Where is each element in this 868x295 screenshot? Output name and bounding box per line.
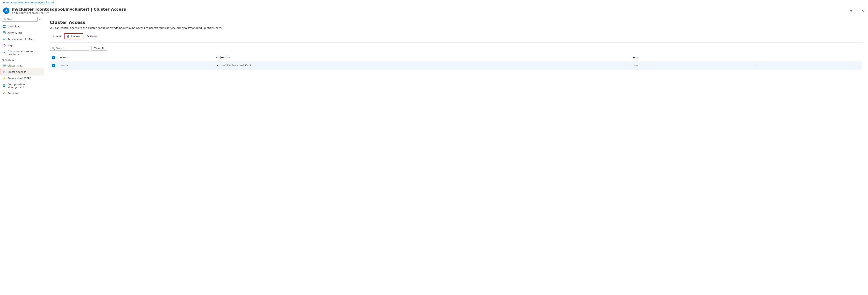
tags-icon (2, 43, 6, 47)
svg-point-12 (3, 45, 4, 45)
services-icon (2, 91, 6, 95)
access-table: Name Object ID Type contoso abcde-12345-… (50, 54, 862, 70)
remove-button[interactable]: 🗑 Remove (64, 33, 83, 39)
sidebar-search-icon: 🔍 (3, 18, 6, 21)
activity-log-icon (2, 31, 6, 34)
row-actions-cell: ··· (751, 61, 862, 70)
sidebar-item-tags-label: Tags (7, 44, 41, 47)
settings-label: Settings (5, 59, 15, 62)
sidebar-item-access-control[interactable]: Access control (IAM) (0, 36, 43, 42)
settings-chevron: ▼ (2, 59, 4, 62)
col-object-id: Object ID (214, 54, 630, 61)
svg-point-27 (4, 92, 4, 93)
sidebar-collapse-button[interactable]: « (38, 17, 42, 22)
breadcrumb: Home › mycluster (contosopool/mycluster) (0, 0, 868, 5)
sidebar-item-cluster-size-label: Cluster size (7, 64, 41, 67)
row-checkbox-cell (50, 61, 58, 70)
favorite-button[interactable]: ★ (849, 8, 854, 13)
sidebar: 🔍 « Overview (0, 15, 43, 295)
content-area: Cluster Access You can control access to… (43, 15, 868, 295)
svg-point-8 (3, 38, 4, 39)
svg-rect-21 (3, 85, 4, 85)
toolbar: ＋ Add 🗑 Remove ↻ Refresh (50, 33, 862, 39)
header-title-block: mycluster (contosopool/mycluster) | Clus… (12, 7, 847, 14)
sidebar-item-diagnose-label: Diagnose and solve problems (7, 50, 41, 56)
sidebar-item-cluster-size[interactable]: Cluster size (0, 62, 43, 69)
svg-rect-5 (3, 32, 5, 34)
sidebar-item-config-management[interactable]: Configuration Management (0, 81, 43, 90)
row-object-id: abcde-12345-abcde-12345 (214, 61, 630, 70)
sidebar-item-activity-log-label: Activity log (7, 31, 41, 34)
row-type: User (630, 61, 751, 70)
svg-rect-4 (4, 27, 5, 28)
diagnose-icon (2, 51, 6, 55)
overview-icon (2, 25, 6, 28)
sidebar-search-input[interactable] (7, 18, 36, 21)
iam-icon (2, 37, 6, 41)
svg-point-9 (4, 39, 5, 40)
cluster-icon (3, 7, 9, 14)
svg-rect-24 (4, 86, 5, 87)
sidebar-item-services-label: Services (7, 92, 41, 95)
svg-rect-22 (4, 85, 5, 85)
sidebar-search-row: 🔍 « (0, 15, 43, 23)
cluster-access-icon (2, 70, 6, 73)
svg-rect-1 (3, 25, 4, 26)
sidebar-item-ssh-label: Secure shell (SSH) (7, 77, 41, 80)
config-management-icon (2, 84, 6, 87)
sidebar-item-cluster-access[interactable]: Cluster Access (0, 69, 43, 75)
sidebar-nav: Overview Activity log (0, 23, 43, 295)
filter-search-input[interactable] (56, 47, 84, 50)
breadcrumb-cluster[interactable]: mycluster (contosopool/mycluster) (12, 1, 54, 4)
header-checkbox[interactable] (52, 56, 55, 59)
svg-rect-3 (3, 27, 4, 28)
sidebar-item-tags[interactable]: Tags (0, 42, 43, 49)
col-checkbox (50, 54, 58, 61)
svg-point-19 (4, 71, 5, 72)
refresh-button[interactable]: ↻ Refresh (84, 33, 102, 39)
header-actions: ★ ··· ✕ (849, 8, 865, 13)
sidebar-item-overview[interactable]: Overview (0, 23, 43, 30)
sidebar-item-activity-log[interactable]: Activity log (0, 30, 43, 36)
sidebar-item-config-label: Configuration Management (7, 83, 41, 89)
col-actions (751, 54, 862, 61)
cluster-size-icon (2, 64, 6, 67)
more-options-button[interactable]: ··· (855, 8, 859, 13)
trash-icon: 🗑 (67, 35, 70, 38)
col-type: Type (630, 54, 751, 61)
breadcrumb-home[interactable]: Home (3, 1, 10, 4)
type-filter-button[interactable]: Type : All (92, 46, 107, 51)
page-subtitle: Azure HDInsight on AKS cluster (12, 12, 847, 14)
add-button[interactable]: ＋ Add (50, 33, 63, 39)
row-checkbox[interactable] (52, 64, 55, 67)
filter-search-icon: 🔍 (52, 47, 55, 50)
svg-point-25 (3, 93, 4, 94)
svg-rect-2 (4, 25, 5, 26)
svg-rect-15 (3, 65, 5, 66)
sidebar-item-cluster-access-label: Cluster Access (7, 70, 41, 73)
sidebar-item-diagnose[interactable]: Diagnose and solve problems (0, 49, 43, 57)
svg-rect-23 (3, 86, 4, 87)
page-header: mycluster (contosopool/mycluster) | Clus… (0, 5, 868, 15)
sidebar-item-secure-shell[interactable]: Secure shell (SSH) (0, 75, 43, 81)
svg-line-29 (4, 93, 5, 93)
content-page-title: Cluster Access (50, 20, 862, 25)
sidebar-item-iam-label: Access control (IAM) (7, 38, 41, 41)
table-row[interactable]: contoso abcde-12345-abcde-12345 User ··· (50, 61, 862, 70)
settings-section[interactable]: ▼ Settings (0, 57, 43, 62)
sidebar-search-wrap: 🔍 (2, 17, 38, 22)
table-header-row: Name Object ID Type (50, 54, 862, 61)
close-button[interactable]: ✕ (861, 8, 865, 13)
page-title-main: mycluster (contosopool/mycluster) | Clus… (12, 7, 847, 12)
filter-row: 🔍 Type : All (50, 46, 862, 51)
col-name: Name (58, 54, 214, 61)
refresh-icon: ↻ (87, 35, 89, 38)
row-more-button[interactable]: ··· (753, 63, 759, 68)
row-name[interactable]: contoso (58, 61, 214, 70)
content-page-desc: You can control access to the cluster en… (50, 26, 862, 29)
ssh-icon (2, 77, 6, 80)
sidebar-item-services[interactable]: Services (0, 90, 43, 96)
add-icon: ＋ (52, 34, 55, 38)
search-filter: 🔍 (50, 46, 89, 51)
sidebar-item-overview-label: Overview (7, 25, 41, 28)
